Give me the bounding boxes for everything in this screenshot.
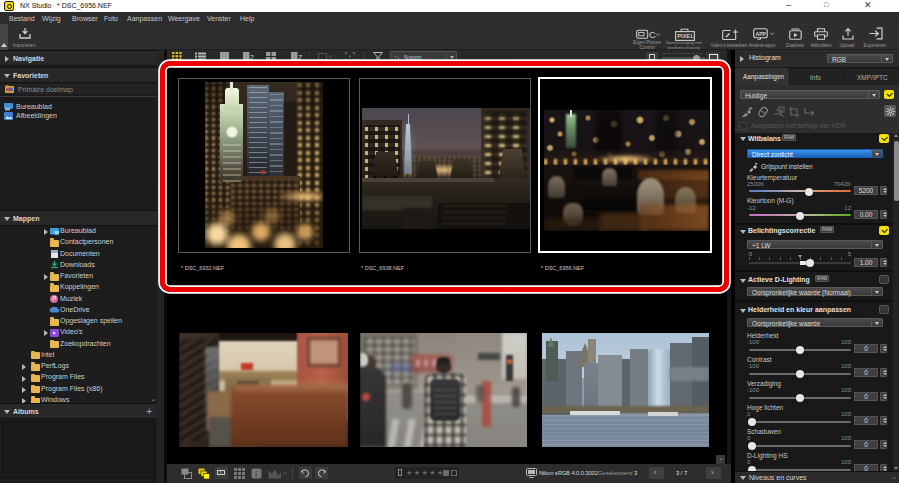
svg-text:APP: APP (755, 31, 766, 37)
svg-text:2: 2 (250, 54, 254, 61)
svg-text:Z: Z (298, 54, 302, 61)
svg-text:i: i (255, 470, 257, 479)
svg-text:C: C (649, 29, 656, 40)
svg-text:PIXEL: PIXEL (677, 33, 694, 39)
